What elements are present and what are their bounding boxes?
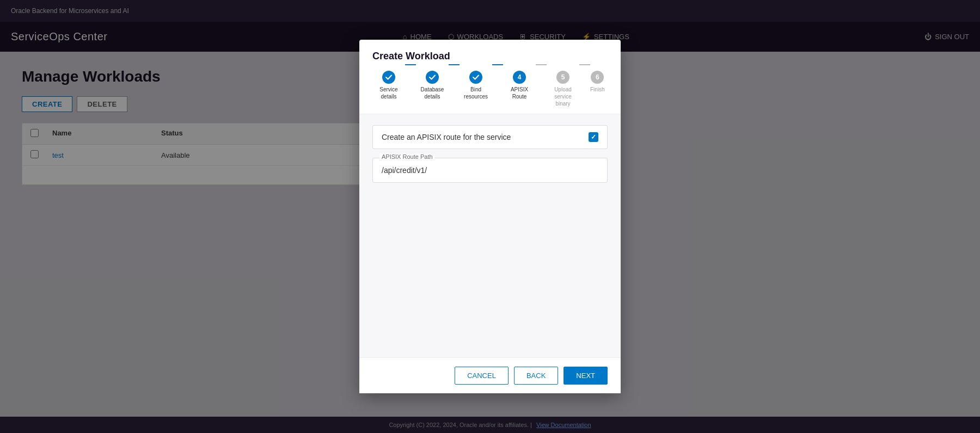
step-1-circle [382,71,395,84]
modal-footer: CANCEL BACK NEXT [359,357,621,393]
step-5-number: 5 [561,73,565,81]
modal-overlay: Create Workload Service details [0,0,980,433]
step-3: Bind resources [460,71,492,100]
step-6: 6 Finish [590,71,605,93]
step-6-label: Finish [590,86,605,93]
create-workload-modal: Create Workload Service details [359,40,621,393]
step-4-circle: 4 [513,71,526,84]
step-5: 5 Upload service binary [547,71,579,107]
back-button[interactable]: BACK [514,367,558,385]
connector-1-2 [405,64,416,65]
step-4: 4 APISIX Route [503,71,536,100]
step-3-label: Bind resources [460,86,492,100]
connector-3-4 [492,64,503,65]
step-4-content: 4 APISIX Route [503,71,536,100]
modal-title: Create Workload [372,51,608,62]
modal-header: Create Workload Service details [359,40,621,114]
stepper: Service details Database details [372,71,608,107]
step-1-content: Service details [372,71,405,100]
step-6-number: 6 [596,73,599,81]
step-5-content: 5 Upload service binary [547,71,579,107]
apisix-route-path-group: APISIX Route Path [372,158,608,183]
step-2-circle [426,71,439,84]
apisix-route-path-input[interactable] [373,158,607,182]
step-4-label: APISIX Route [503,86,536,100]
connector-2-3 [449,64,460,65]
step-3-circle [469,71,482,84]
step-4-number: 4 [518,73,522,81]
connector-4-5 [536,64,547,65]
cancel-button[interactable]: CANCEL [455,367,509,385]
step-2: Database details [416,71,449,100]
step-1-label: Service details [372,86,405,100]
checkbox-check-icon: ✓ [591,133,596,141]
step-5-label: Upload service binary [547,86,579,107]
step-6-circle: 6 [591,71,604,84]
next-button[interactable]: NEXT [564,367,608,385]
step-5-circle: 5 [556,71,569,84]
step-2-content: Database details [416,71,449,100]
step-6-content: 6 Finish [590,71,605,93]
apisix-route-label: Create an APISIX route for the service [382,133,582,141]
apisix-route-checkbox[interactable]: ✓ [589,132,598,142]
route-path-label: APISIX Route Path [379,153,435,160]
step-3-content: Bind resources [460,71,492,100]
connector-5-6 [579,64,590,65]
modal-body: Create an APISIX route for the service ✓… [359,114,621,357]
step-2-label: Database details [416,86,449,100]
apisix-route-row: Create an APISIX route for the service ✓ [372,125,608,149]
step-1: Service details [372,71,405,100]
